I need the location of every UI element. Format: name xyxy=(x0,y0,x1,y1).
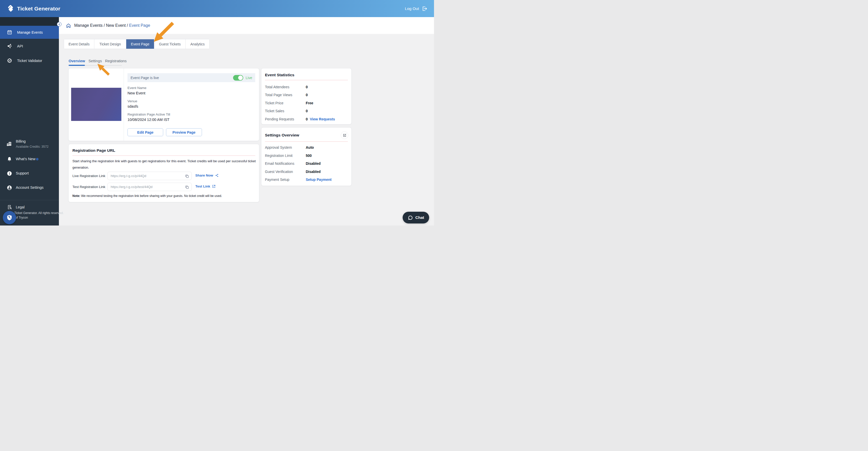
setting-value: Disabled xyxy=(306,161,320,166)
tab-event-page[interactable]: Event Page xyxy=(126,39,154,49)
legal-document-icon xyxy=(7,205,12,210)
person-icon xyxy=(7,185,12,190)
subtab-overview[interactable]: Overview xyxy=(69,59,85,63)
sidebar-item-ticket-validator[interactable]: Ticket Validator xyxy=(0,53,59,68)
live-status-text: Event Page is live xyxy=(130,76,159,80)
logout-icon xyxy=(422,6,427,11)
calendar-icon xyxy=(7,30,12,35)
breadcrumb-path[interactable]: Manage Events / New Event / xyxy=(74,23,129,28)
copy-test-link-icon[interactable] xyxy=(184,184,190,190)
stat-label: Pending Requests xyxy=(265,117,294,121)
copy-live-link-icon[interactable] xyxy=(184,173,190,179)
event-overview-card: Event Page is live Live Event Name New E… xyxy=(68,68,259,141)
chat-button[interactable]: Chat xyxy=(403,212,429,223)
stat-label: Ticket Price xyxy=(265,101,284,105)
subtab-registrations[interactable]: Registrations xyxy=(105,59,127,63)
sidebar-item-account-settings[interactable]: Account Settings xyxy=(16,185,43,189)
live-link-label: Live Registration Link xyxy=(72,174,105,178)
sidebar-top-strip xyxy=(0,17,59,26)
setting-value: Auto xyxy=(306,145,314,149)
breadcrumb-bar: Manage Events / New Event / Event Page xyxy=(59,17,434,34)
stat-value: 0 xyxy=(306,117,308,121)
sidebar-item-legal[interactable]: Legal xyxy=(16,205,25,209)
registration-description: Start sharing the registration link with… xyxy=(72,158,256,171)
external-link-icon xyxy=(212,184,216,188)
app-root: Ticket Generator Log Out xyxy=(0,0,434,226)
trycon-shield-badge[interactable] xyxy=(3,211,16,224)
seal-check-icon xyxy=(7,58,12,63)
sidebar-item-label: Manage Events xyxy=(17,30,43,34)
info-icon xyxy=(7,171,12,176)
live-toggle-label: Live xyxy=(246,76,252,80)
live-link-input[interactable] xyxy=(107,172,192,180)
card-divider xyxy=(265,141,348,142)
share-now-link[interactable]: Share Now xyxy=(195,174,219,177)
breadcrumb-current: Event Page xyxy=(129,23,150,28)
tab-analytics[interactable]: Analytics xyxy=(185,39,209,49)
field-value-venue: sdasfs xyxy=(127,104,138,109)
sidebar-collapse-button[interactable] xyxy=(57,22,61,27)
bell-icon xyxy=(7,156,12,162)
stat-label: Total Page Views xyxy=(265,93,292,97)
registration-card-title: Registration Page URL xyxy=(72,148,115,153)
stat-label: Total Attendees xyxy=(265,85,289,89)
settings-card-title: Settings Overview xyxy=(265,133,299,138)
subtab-active-indicator xyxy=(69,65,85,66)
registration-note: Note: We recommend testing the registrat… xyxy=(72,194,222,198)
subtab-settings[interactable]: Settings xyxy=(89,59,102,63)
preview-page-button[interactable]: Preview Page xyxy=(166,128,202,136)
sidebar-divider xyxy=(0,200,59,200)
note-label: Note: xyxy=(72,194,80,198)
test-link-label: Test Registration Link xyxy=(72,185,105,189)
brand[interactable]: Ticket Generator xyxy=(7,5,60,12)
settings-overview-card: Settings Overview Approval System Auto R… xyxy=(261,127,352,186)
sidebar-item-api[interactable]: API xyxy=(0,39,59,53)
card-divider xyxy=(72,155,255,156)
logout-button[interactable]: Log Out xyxy=(405,6,427,11)
test-link-button[interactable]: Test Link xyxy=(195,184,216,188)
event-cover-image xyxy=(71,88,121,121)
tab-ticket-design[interactable]: Ticket Design xyxy=(94,39,126,49)
share-nodes-icon xyxy=(7,43,12,49)
stat-value: 0 xyxy=(306,93,308,97)
app-header: Ticket Generator Log Out xyxy=(0,0,434,17)
stat-label: Ticket Sales xyxy=(265,109,284,113)
sidebar-item-whats-new[interactable]: What's New xyxy=(16,157,38,161)
toggle-knob xyxy=(238,76,243,80)
event-tabs: Event Details Ticket Design Event Page G… xyxy=(64,39,210,49)
sidebar-item-billing[interactable]: Billing xyxy=(16,139,26,143)
card-vertical-divider xyxy=(124,68,124,141)
share-icon xyxy=(215,174,219,177)
brand-logo-icon xyxy=(7,5,14,12)
whats-new-label: What's New xyxy=(16,157,35,161)
edit-page-button[interactable]: Edit Page xyxy=(127,128,163,136)
setting-label: Email Notifications xyxy=(265,161,294,166)
company-text: of Trycon xyxy=(15,216,28,219)
edit-settings-icon[interactable] xyxy=(341,131,348,139)
home-icon[interactable] xyxy=(65,23,71,28)
live-toggle[interactable] xyxy=(233,75,243,81)
tab-guest-tickets[interactable]: Guest Tickets xyxy=(154,39,185,49)
logout-label: Log Out xyxy=(405,6,419,11)
billing-credits: Available Credits: 3572 xyxy=(16,145,49,148)
chat-label: Chat xyxy=(415,215,424,220)
stat-value: 0 xyxy=(306,109,308,113)
sidebar-item-manage-events[interactable]: Manage Events xyxy=(0,26,59,39)
whats-new-dot-badge xyxy=(36,158,38,160)
stats-card-title: Event Statistics xyxy=(265,73,294,77)
sidebar: Manage Events API xyxy=(0,17,59,226)
view-requests-link[interactable]: View Requests xyxy=(310,117,335,121)
setup-payment-link[interactable]: Setup Payment xyxy=(306,178,332,182)
field-label-event-name: Event Name xyxy=(127,86,146,90)
setting-label: Payment Setup xyxy=(265,178,289,182)
stat-value: Free xyxy=(306,101,313,105)
test-link-input[interactable] xyxy=(107,183,192,191)
brand-title: Ticket Generator xyxy=(17,6,60,12)
tab-event-details[interactable]: Event Details xyxy=(64,39,94,49)
setting-label: Guest Verification xyxy=(265,170,293,174)
coins-icon xyxy=(6,141,12,147)
sidebar-item-support[interactable]: Support xyxy=(16,171,29,175)
test-link-label-text: Test Link xyxy=(195,184,210,188)
setting-value: 500 xyxy=(306,154,312,158)
setting-label: Approval System xyxy=(265,145,292,149)
